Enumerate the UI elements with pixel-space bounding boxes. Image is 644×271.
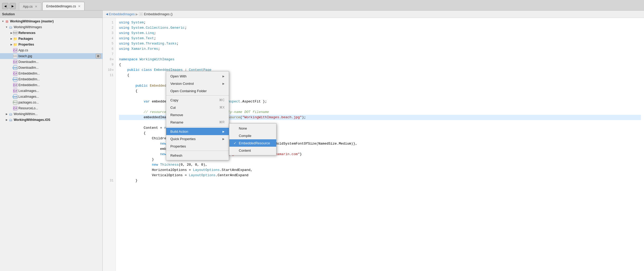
tree-item-references[interactable]: ▶ REF References <box>0 30 102 36</box>
build-action-submenu[interactable]: None Compile ✓ EmbeddedResource Content <box>229 123 276 155</box>
code-line-9: { <box>119 62 641 67</box>
copy-shortcut: ⌘C <box>219 98 225 102</box>
nav-back-button[interactable]: ◀ <box>2 3 8 9</box>
references-arrow: ▶ <box>9 31 13 35</box>
tree-label-packages-co: packages.co... <box>18 101 39 104</box>
context-menu-main[interactable]: Open With ▶ Version Control ▶ Open Conta… <box>166 71 229 160</box>
code-line-6: using Xamarin.Forms; <box>119 46 641 52</box>
menu-item-version-control[interactable]: Version Control ▶ <box>166 80 229 87</box>
menu-item-refresh[interactable]: Refresh <box>166 152 229 159</box>
solution-title: Solution <box>2 12 15 16</box>
tab-app-cs-label: App.cs <box>23 5 33 8</box>
tree-item-localimages2[interactable]: XAML LocalImages... <box>0 94 102 100</box>
root-icon: ⊞ <box>5 19 9 23</box>
solution-panel: Solution ▼ ⊞ WorkingWithImages (master) … <box>0 11 103 271</box>
menu-separator-3 <box>166 151 229 151</box>
project-icon: 🗂 <box>8 25 13 29</box>
embeddedim3-icon: C# <box>13 83 17 87</box>
tree-item-packages-co[interactable]: PKG packages.co... <box>0 100 102 105</box>
tree-label-beach-jpg: beach.jpg <box>18 54 32 58</box>
tab-bar: ◀ ▶ App.cs ✕ EmbeddedImages.cs ✕ <box>0 0 644 11</box>
code-line-1: using System; <box>119 20 641 25</box>
packages-icon: 📁 <box>13 37 17 41</box>
breadcrumb-method-icon: m <box>139 12 143 16</box>
downloadim1-icon: C# <box>13 60 17 64</box>
properties-arrow: ▶ <box>9 43 13 46</box>
build-action-arrow: ▶ <box>222 130 225 133</box>
submenu-item-embedded-resource[interactable]: ✓ EmbeddedResource <box>229 139 276 147</box>
tree-item-workingwithimios[interactable]: ▶ 🗂 WorkingWithImages.iOS <box>0 117 102 123</box>
menu-item-remove[interactable]: Remove <box>166 111 229 119</box>
tree-label-workingwithimios: WorkingWithImages.iOS <box>14 118 50 122</box>
code-line-31: } <box>119 178 641 183</box>
panel-header: Solution <box>0 11 102 18</box>
tree-item-embeddedim1[interactable]: C# EmbeddedIm... <box>0 71 102 76</box>
resourcelo-icon: C# <box>13 106 17 110</box>
menu-item-copy[interactable]: Copy ⌘C <box>166 96 229 104</box>
tree-label-resourcelo: ResourceLo... <box>18 106 38 110</box>
tree-item-embeddedim3[interactable]: C# EmbeddedIm... <box>0 82 102 88</box>
tree-label-packages: Packages <box>18 37 33 41</box>
project-label: WorkingWithImages <box>14 25 42 29</box>
tree-item-app-cs[interactable]: C# App.cs <box>0 47 102 53</box>
menu-item-cut[interactable]: Cut ⌘X <box>166 104 229 111</box>
references-icon: REF <box>13 31 17 35</box>
menu-item-quick-properties[interactable]: Quick Properties ▶ <box>166 135 229 142</box>
tree-item-localimages1[interactable]: C# LocalImages... <box>0 88 102 94</box>
breadcrumb: ◀ EmbeddedImages ▶ m EmbeddedImages () <box>103 11 644 18</box>
localimages1-icon: C# <box>13 89 17 93</box>
menu-separator-1 <box>166 95 229 96</box>
tree-item-packages[interactable]: ▶ 📁 Packages <box>0 36 102 42</box>
tab-embedded-images-cs-close[interactable]: ✕ <box>78 4 81 8</box>
tree-label-localimages1: LocalImages... <box>18 89 39 93</box>
gear-icon[interactable]: ⚙ <box>96 54 101 58</box>
quick-properties-arrow: ▶ <box>222 137 225 140</box>
rename-shortcut: ⌘R <box>219 120 225 124</box>
breadcrumb-sep: ▶ <box>136 12 138 16</box>
tree-item-resourcelo[interactable]: C# ResourceLo... <box>0 105 102 111</box>
submenu-item-none[interactable]: None <box>229 125 276 132</box>
solution-tree[interactable]: ▼ ⊞ WorkingWithImages (master) ▼ 🗂 Worki… <box>0 18 102 271</box>
workingwithimios-arrow: ▶ <box>5 119 8 121</box>
code-line-3: using System.Linq; <box>119 31 641 36</box>
embedded-resource-check: ✓ <box>234 141 237 145</box>
tree-item-workingwithim[interactable]: ▶ 🗂 WorkingWithIm... <box>0 111 102 117</box>
nav-forward-button[interactable]: ▶ <box>9 3 16 9</box>
code-line-2: using System.Collections.Generic; <box>119 25 641 31</box>
tree-label-localimages2: LocalImages... <box>18 95 39 98</box>
code-line-4: using System.Text; <box>119 36 641 41</box>
tree-item-properties[interactable]: ▶ 📁 Properties <box>0 42 102 47</box>
tab-app-cs[interactable]: App.cs ✕ <box>19 2 41 10</box>
tree-item-downloadim1[interactable]: C# DownloadIm... <box>0 59 102 65</box>
menu-item-open-with[interactable]: Open With ▶ <box>166 72 229 80</box>
tree-item-project[interactable]: ▼ 🗂 WorkingWithImages <box>0 24 102 30</box>
breadcrumb-class[interactable]: EmbeddedImages <box>109 12 135 16</box>
tree-label-embeddedim3: EmbeddedIm... <box>18 83 40 87</box>
code-line-vert: VerticalOptions = LayoutOptions.CenterAn… <box>119 173 641 178</box>
tree-item-downloadim2[interactable]: XAML DownloadIm... <box>0 65 102 71</box>
tree-item-embeddedim2[interactable]: XAML EmbeddedIm... <box>0 76 102 82</box>
menu-item-build-action[interactable]: Build Action ▶ <box>166 128 229 135</box>
submenu-item-compile[interactable]: Compile <box>229 132 276 139</box>
breadcrumb-method[interactable]: EmbeddedImages () <box>144 12 173 16</box>
menu-item-rename[interactable]: Rename ⌘R <box>166 119 229 126</box>
menu-item-properties[interactable]: Properties <box>166 142 229 150</box>
tree-label-embeddedim1: EmbeddedIm... <box>18 72 40 75</box>
project-arrow: ▼ <box>5 25 8 29</box>
tree-item-beach-jpg[interactable]: IMG beach.jpg ⚙ <box>0 53 102 59</box>
beach-jpg-icon: IMG <box>13 54 17 58</box>
tree-label-app-cs: App.cs <box>18 48 28 52</box>
workingwithimios-icon: 🗂 <box>8 118 13 122</box>
tab-embedded-images-cs[interactable]: EmbeddedImages.cs ✕ <box>42 2 85 10</box>
root-arrow: ▼ <box>1 19 5 23</box>
menu-separator-2 <box>166 127 229 127</box>
tree-item-root[interactable]: ▼ ⊞ WorkingWithImages (master) <box>0 18 102 24</box>
submenu-item-content[interactable]: Content <box>229 147 276 154</box>
tree-label-properties: Properties <box>18 43 34 46</box>
menu-item-open-containing[interactable]: Open Containing Folder <box>166 87 229 95</box>
code-line-8: namespace WorkingWithImages <box>119 57 641 62</box>
properties-icon: 📁 <box>13 42 17 47</box>
tab-app-cs-close[interactable]: ✕ <box>35 5 37 8</box>
packages-co-icon: PKG <box>13 100 17 105</box>
tree-label-references: References <box>18 31 36 35</box>
